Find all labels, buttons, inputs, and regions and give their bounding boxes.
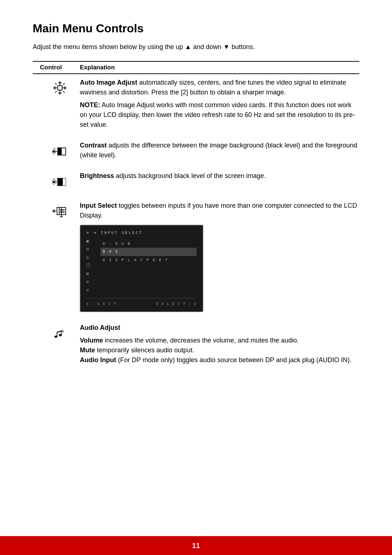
svg-rect-12: [58, 148, 62, 155]
svg-line-23: [53, 184, 54, 185]
intro-text: Adjust the menu items shown below by usi…: [33, 43, 359, 51]
osd-menu-items: D - S U B D V I D I S P L A Y P O R T: [94, 240, 197, 264]
control-column-header: Control: [33, 64, 80, 71]
osd-sidebar: ⊕ ▣ ⊟ ◎ ⓘ ⊞ ⚙ ↺: [86, 230, 90, 293]
page-number-bar: 11: [0, 536, 392, 555]
osd-footer: 1 : E X I T S E L E C T : 2: [86, 298, 197, 307]
osd-exit-label: 1 : E X I T: [86, 301, 117, 307]
svg-line-6: [63, 83, 65, 85]
contrast-text: Contrast adjusts the difference between …: [80, 141, 359, 160]
svg-line-14: [52, 150, 53, 150]
audio-adjust-icon: [33, 323, 80, 342]
input-select-text: Input Select toggles between inputs if y…: [80, 201, 359, 312]
svg-rect-4: [58, 86, 62, 90]
svg-point-38: [59, 334, 62, 336]
table-row: Brightness adjusts background black leve…: [33, 171, 359, 190]
table-row: Audio Adjust Volume increases the volume…: [33, 323, 359, 365]
osd-menu-item: D I S P L A Y P O R T: [103, 256, 197, 264]
svg-line-25: [54, 178, 55, 179]
svg-rect-20: [63, 178, 66, 186]
table-row: Input Select toggles between inputs if y…: [33, 201, 359, 312]
input-select-icon: [33, 201, 80, 220]
svg-line-24: [52, 183, 53, 183]
auto-image-adjust-text: Auto Image Adjust automatically sizes, c…: [80, 78, 359, 130]
table-row: Contrast adjusts the difference between …: [33, 141, 359, 160]
svg-line-22: [52, 181, 53, 181]
svg-line-17: [54, 148, 55, 149]
contrast-icon: [33, 141, 80, 159]
svg-line-5: [55, 83, 57, 85]
osd-title: ⊕ INPUT SELECT: [94, 230, 197, 236]
osd-select-label: S E L E C T : 2: [156, 301, 197, 307]
svg-line-16: [52, 153, 53, 153]
svg-line-13: [53, 149, 54, 149]
page-title: Main Menu Controls: [33, 22, 359, 35]
svg-line-7: [55, 91, 57, 93]
table-header: Control Explanation: [33, 61, 359, 74]
page-number: 11: [192, 542, 200, 550]
audio-adjust-text: Audio Adjust Volume increases the volume…: [80, 323, 359, 365]
svg-point-36: [54, 336, 57, 338]
osd-screenshot: ⊕ ▣ ⊟ ◎ ⓘ ⊞ ⚙ ↺ ⊕ INPUT SELECT: [80, 225, 203, 312]
auto-image-adjust-icon: [33, 78, 80, 97]
svg-line-8: [63, 91, 65, 93]
brightness-icon: [33, 171, 80, 190]
table-row: Auto Image Adjust automatically sizes, c…: [33, 78, 359, 130]
svg-line-39: [57, 331, 61, 332]
explanation-column-header: Explanation: [80, 64, 115, 71]
osd-menu-item: D V I: [101, 248, 197, 256]
brightness-text: Brightness adjusts background black leve…: [80, 171, 359, 181]
svg-line-15: [53, 154, 54, 154]
svg-line-21: [53, 179, 54, 180]
osd-menu-item: D - S U B: [103, 240, 197, 248]
